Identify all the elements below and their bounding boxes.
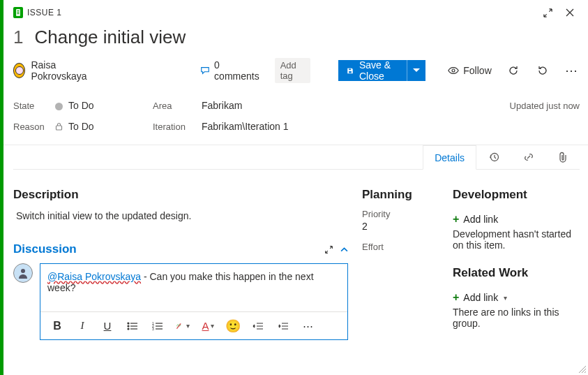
toolbar-more[interactable]: ⋯ xyxy=(301,320,315,332)
follow-label: Follow xyxy=(463,65,491,76)
discussion-heading: Discussion xyxy=(13,242,348,256)
related-add-link-label: Add link xyxy=(463,292,498,303)
reason-value: To Do xyxy=(68,121,94,132)
discussion-expand-icon[interactable] xyxy=(324,245,333,254)
svg-point-9 xyxy=(128,325,129,327)
editor-toolbar: B I U 123 ᵃᵇ▾ A▾ 🙂 ⋯ xyxy=(40,311,347,339)
svg-point-4 xyxy=(452,69,455,72)
comment-icon xyxy=(200,66,210,75)
effort-label: Effort xyxy=(362,242,439,252)
more-actions-button[interactable]: ⋯ xyxy=(564,61,580,80)
toolbar-bold[interactable]: B xyxy=(50,320,64,332)
priority-field[interactable]: 2 xyxy=(362,221,439,232)
updated-timestamp: Updated just now xyxy=(510,101,580,111)
toolbar-font-color[interactable]: A▾ xyxy=(201,320,215,332)
svg-rect-3 xyxy=(17,13,20,14)
reason-label: Reason xyxy=(13,122,55,132)
planning-column: Planning Priority 2 Effort xyxy=(362,181,439,340)
svg-point-8 xyxy=(128,323,129,324)
comments-label: 0 comments xyxy=(214,59,261,82)
issue-type-tag: ISSUE 1 xyxy=(13,7,62,18)
discussion-editor[interactable]: @Raisa Pokrovskaya - Can you make this h… xyxy=(40,263,348,340)
toolbar-underline[interactable]: U xyxy=(100,320,114,332)
iteration-field[interactable]: Fabrikam\Iteration 1 xyxy=(202,121,510,132)
work-item-title[interactable]: Change initial view xyxy=(34,27,186,48)
toolbar-clear-format[interactable]: ᵃᵇ▾ xyxy=(176,321,190,331)
state-field[interactable]: To Do xyxy=(55,100,153,111)
comments-counter[interactable]: 0 comments xyxy=(200,59,261,82)
development-add-link-label: Add link xyxy=(463,214,498,225)
add-tag-button[interactable]: Add tag xyxy=(275,58,310,83)
chevron-down-icon: ▾ xyxy=(186,322,190,330)
related-empty-text: There are no links in this group. xyxy=(453,307,580,329)
link-icon xyxy=(523,152,534,163)
save-icon xyxy=(347,66,354,76)
work-item-accent xyxy=(0,0,3,375)
discussion-mention[interactable]: @Raisa Pokrovskaya xyxy=(47,271,141,282)
svg-rect-1 xyxy=(17,10,20,11)
toolbar-outdent[interactable] xyxy=(251,322,265,330)
save-label: Save & Close xyxy=(359,59,398,82)
priority-label: Priority xyxy=(362,209,439,219)
related-work-heading: Related Work xyxy=(453,266,580,280)
discussion-heading-label: Discussion xyxy=(13,242,77,256)
discussion-avatar xyxy=(13,263,33,283)
history-icon xyxy=(488,152,499,163)
development-add-link[interactable]: + Add link xyxy=(453,213,498,226)
plus-icon: + xyxy=(453,213,459,226)
svg-rect-2 xyxy=(17,12,20,13)
revert-button[interactable] xyxy=(535,61,550,80)
svg-point-10 xyxy=(128,328,129,330)
discussion-collapse-icon[interactable] xyxy=(340,247,348,252)
reason-field[interactable]: To Do xyxy=(55,121,153,132)
refresh-button[interactable] xyxy=(506,61,521,80)
toolbar-indent[interactable] xyxy=(276,322,290,330)
follow-button[interactable]: Follow xyxy=(448,65,491,76)
tab-links[interactable] xyxy=(511,145,546,169)
assignee-field[interactable]: Raisa Pokrovskaya xyxy=(13,59,96,82)
lock-icon xyxy=(55,122,63,130)
tab-details-label: Details xyxy=(435,152,465,163)
iteration-label: Iteration xyxy=(153,122,202,132)
planning-heading: Planning xyxy=(362,188,439,202)
state-label: State xyxy=(13,101,55,111)
state-dot-icon xyxy=(55,103,63,110)
right-column: Development + Add link Development hasn'… xyxy=(453,181,580,340)
work-item-id: 1 xyxy=(13,27,23,48)
tab-details[interactable]: Details xyxy=(423,145,476,170)
development-heading: Development xyxy=(453,188,580,202)
area-label: Area xyxy=(153,101,202,111)
description-text[interactable]: Switch initial view to the updated desig… xyxy=(13,209,348,223)
plus-icon: + xyxy=(453,291,459,304)
toolbar-emoji[interactable]: 🙂 xyxy=(226,318,240,334)
close-button[interactable] xyxy=(560,3,580,22)
svg-text:3: 3 xyxy=(152,327,154,330)
save-close-button[interactable]: Save & Close xyxy=(338,60,425,81)
area-field[interactable]: Fabrikam xyxy=(202,100,510,111)
fullscreen-button[interactable] xyxy=(538,3,557,22)
save-dropdown[interactable] xyxy=(407,60,425,81)
attachment-icon xyxy=(558,152,568,163)
assignee-name: Raisa Pokrovskaya xyxy=(31,59,96,82)
development-empty-text: Development hasn't started on this item. xyxy=(453,228,580,251)
toolbar-numbered-list[interactable]: 123 xyxy=(151,322,165,330)
chevron-down-icon: ▾ xyxy=(504,294,507,302)
svg-point-7 xyxy=(21,269,25,273)
toolbar-bullet-list[interactable] xyxy=(126,322,140,330)
svg-rect-5 xyxy=(56,126,62,130)
state-value: To Do xyxy=(68,100,94,111)
toolbar-italic[interactable]: I xyxy=(75,320,89,332)
left-column: Description Switch initial view to the u… xyxy=(13,181,348,340)
chevron-down-icon: ▾ xyxy=(211,322,214,330)
related-add-link[interactable]: + Add link ▾ xyxy=(453,291,507,304)
issue-icon xyxy=(13,7,23,18)
avatar xyxy=(13,63,25,78)
tab-history[interactable] xyxy=(476,145,511,169)
eye-icon xyxy=(448,66,459,75)
issue-tag-label: ISSUE 1 xyxy=(27,8,62,17)
resize-handle-icon[interactable] xyxy=(577,364,587,374)
title-row: 1 Change initial view xyxy=(13,27,580,51)
description-heading: Description xyxy=(13,188,348,202)
tab-attachments[interactable] xyxy=(546,145,580,169)
chevron-down-icon xyxy=(413,68,420,73)
